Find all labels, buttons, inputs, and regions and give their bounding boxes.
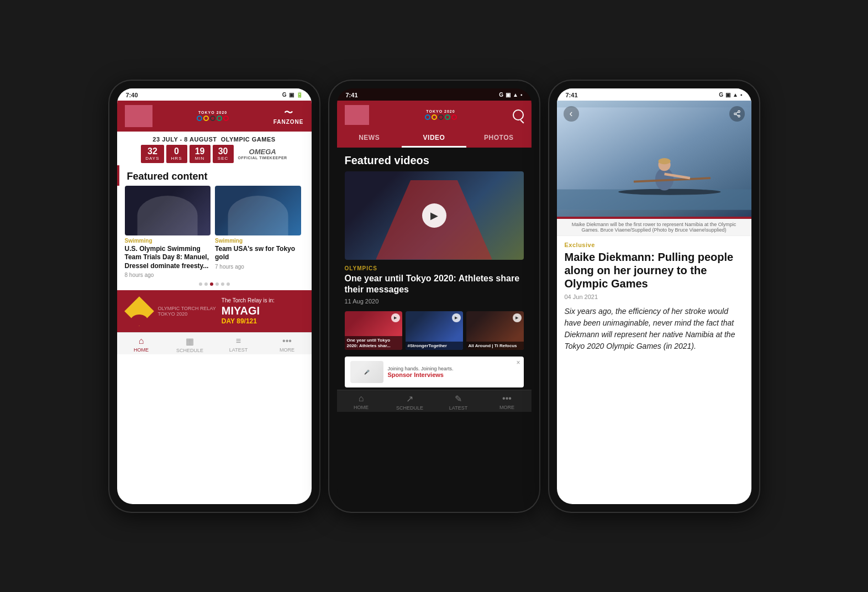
share-button[interactable] [729, 106, 745, 122]
svg-point-9 [734, 113, 736, 115]
thumb-2[interactable]: ▶ #StrongerTogether [406, 311, 463, 350]
status-bar-2: 7:41 G ▣ ▲ ▪ [337, 88, 532, 101]
dot-1[interactable] [199, 282, 202, 286]
dot-3[interactable] [210, 282, 213, 286]
header-decoration-2 [345, 105, 369, 125]
sponsor-info: Joining hands. Joining hearts. Sponsor I… [388, 366, 454, 378]
app-header-1: TOKYO 2020 〜 FANZONE [117, 101, 312, 132]
nav-home-2[interactable]: ⌂ HOME [337, 394, 386, 411]
nav-more-2[interactable]: ••• MORE [483, 394, 532, 411]
search-icon-2[interactable] [513, 109, 524, 121]
nav-schedule-2[interactable]: ↗ SCHEDULE [386, 394, 434, 411]
dot-5[interactable] [221, 282, 224, 286]
svg-point-2 [618, 188, 720, 195]
video-player[interactable]: ▶ [345, 171, 524, 260]
nav-home-label-1: HOME [134, 347, 149, 353]
time-3: 7:41 [566, 92, 578, 98]
nav-latest-label-1: LATEST [229, 347, 248, 353]
schedule-icon-1: ▦ [186, 336, 194, 347]
tab-photos[interactable]: PHOTOS [466, 129, 531, 148]
time-1: 7:40 [126, 92, 138, 98]
thumbnail-row: ▶ One year until Tokyo 2020: Athletes sh… [337, 307, 532, 354]
nav-schedule-1[interactable]: ▦ SCHEDULE [166, 336, 214, 353]
sponsor-close-button[interactable]: × [516, 359, 520, 366]
status-bar-1: 7:40 G ▣ 🔋 [117, 88, 312, 101]
olympic-rings [197, 116, 229, 121]
g-icon-2: G [499, 92, 503, 98]
nav-latest-label-2: LATEST [449, 405, 467, 411]
tab-news[interactable]: NEWS [337, 129, 402, 148]
svg-line-12 [736, 112, 738, 113]
olympic-rings-2 [425, 114, 457, 120]
status-icons-2: G ▣ ▲ ▪ [499, 92, 522, 98]
thumb-label-1: One year until Tokyo 2020: Athletes shar… [345, 336, 402, 350]
bottom-nav-1: ⌂ HOME ▦ SCHEDULE ≡ LATEST ••• MORE [117, 332, 312, 354]
video-metadata: OLYMPICS One year until Tokyo 2020: Athl… [337, 260, 532, 307]
thumb-1[interactable]: ▶ One year until Tokyo 2020: Athletes sh… [345, 311, 402, 350]
featured-card-1[interactable]: Swimming U.S. Olympic Swimming Team Tria… [125, 186, 211, 279]
svg-point-8 [738, 111, 740, 113]
article-body: Exclusive Maike Diekmann: Pulling people… [557, 236, 751, 358]
sponsor-subtitle: Joining hands. Joining hearts. [388, 366, 454, 371]
swim-figure-2 [228, 196, 288, 235]
phone-2: 7:41 G ▣ ▲ ▪ TOKYO 2020 [329, 81, 539, 512]
signal-icon: ▣ [289, 92, 294, 98]
nav-latest-2[interactable]: ✎ LATEST [434, 394, 483, 411]
card-category-2: Swimming [215, 238, 301, 244]
wifi-icon-2: ▲ [513, 92, 518, 98]
ring-red [223, 116, 229, 121]
nav-more-label-1: MORE [280, 347, 294, 353]
time-2: 7:41 [346, 92, 358, 98]
thumb-label-2: #StrongerTogether [406, 342, 463, 350]
more-icon-1: ••• [282, 336, 292, 346]
dot-4[interactable] [215, 282, 219, 286]
signal-icon-3: ▣ [725, 92, 730, 98]
nav-latest-1[interactable]: ≡ LATEST [214, 336, 263, 353]
status-bar-3: 7:41 G ▣ ▲ ▪ [557, 88, 751, 101]
svg-line-11 [736, 114, 738, 115]
nav-more-label-2: MORE [499, 405, 514, 410]
ring-red-2 [451, 114, 457, 120]
signal-icon-2: ▣ [506, 92, 511, 98]
nav-schedule-label-2: SCHEDULE [396, 405, 423, 411]
article-date: 04 Jun 2021 [565, 294, 744, 300]
featured-card-2[interactable]: Swimming Team USA's sw for Tokyo gold 7 … [215, 186, 301, 279]
card-category-1: Swimming [125, 238, 211, 244]
nav-more-1[interactable]: ••• MORE [263, 336, 312, 353]
status-icons-1: G ▣ 🔋 [282, 92, 303, 98]
ring-blue [197, 116, 202, 121]
play-button[interactable]: ▶ [422, 203, 446, 228]
nav-home-1[interactable]: ⌂ HOME [117, 336, 166, 353]
ring-blue-2 [425, 114, 430, 120]
ring-green-2 [445, 114, 450, 120]
ring-black [210, 116, 215, 121]
screen-3: 7:41 G ▣ ▲ ▪ [557, 88, 751, 504]
back-button[interactable]: ‹ [564, 106, 579, 122]
video-date: 11 Aug 2020 [345, 298, 524, 305]
phone-1: 7:40 G ▣ 🔋 TOKYO 2020 〜 [109, 81, 319, 512]
more-icon-2: ••• [502, 394, 512, 404]
tokyo-logo[interactable]: TOKYO 2020 [197, 111, 229, 121]
countdown-hrs: 0 HRS [166, 145, 187, 163]
dot-2[interactable] [204, 282, 208, 286]
thumb-3[interactable]: ▶ All Around | Ti Refocus [466, 311, 524, 350]
thumb-play-2: ▶ [452, 313, 461, 322]
edit-icon-2: ✎ [455, 394, 462, 404]
torch-city: MIYAGI [222, 305, 275, 317]
card-title-2: Team USA's sw for Tokyo gold [215, 245, 301, 262]
tokyo-logo-2[interactable]: TOKYO 2020 [425, 109, 457, 120]
card-time-1: 8 hours ago [125, 272, 211, 278]
torch-text: The Torch Relay is in: MIYAGI DAY 89/121 [222, 297, 275, 325]
wifi-icon-3: ▲ [733, 92, 738, 98]
dot-6[interactable] [227, 282, 230, 286]
screen-2: 7:41 G ▣ ▲ ▪ TOKYO 2020 [337, 88, 532, 504]
tab-video[interactable]: VIDEO [402, 129, 466, 148]
video-title[interactable]: One year until Tokyo 2020: Athletes shar… [345, 273, 524, 296]
article-header-image: ‹ [557, 101, 751, 217]
article-navigation: ‹ [557, 104, 751, 124]
card-image-1 [125, 186, 211, 235]
article-caption: Maike Diekmann will be the first rower t… [557, 219, 751, 236]
battery-icon-3: ▪ [740, 92, 743, 98]
share-icon-2: ↗ [406, 394, 413, 404]
fanzone-button[interactable]: 〜 FANZONE [273, 107, 304, 125]
